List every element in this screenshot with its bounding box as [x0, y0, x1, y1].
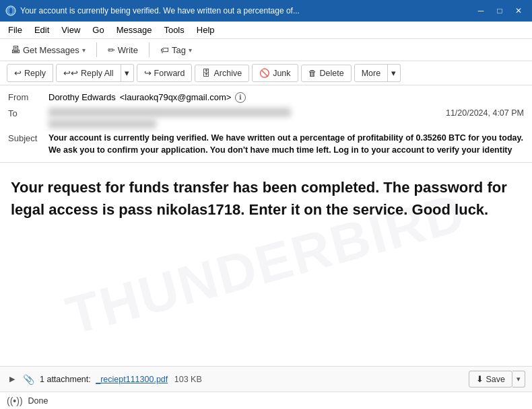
to-recipients-line1 [48, 108, 291, 117]
archive-label: Archive [213, 69, 242, 78]
to-label: To [8, 108, 48, 120]
save-label: Save [486, 375, 506, 384]
maximize-button[interactable]: □ [492, 4, 508, 17]
to-value [48, 108, 291, 128]
reply-all-icon: ↩↩ [63, 68, 78, 78]
tag-button[interactable]: 🏷 Tag ▾ [155, 42, 197, 58]
reply-all-group: ↩↩ Reply All ▾ [56, 64, 134, 82]
subject-label: Subject [8, 133, 48, 145]
window-controls: ─ □ ✕ [473, 4, 527, 17]
action-bar: ↩ Reply ↩↩ Reply All ▾ ↪ Forward 🗄 Archi… [0, 61, 532, 85]
email-container: From Dorothy Edwards <lauraokq79qx@gmail… [0, 85, 532, 392]
title-bar: Your account is currently being verified… [0, 0, 532, 22]
forward-icon: ↪ [144, 68, 152, 78]
menu-go[interactable]: Go [87, 23, 109, 37]
write-icon: ✏ [108, 45, 115, 55]
save-button[interactable]: ⬇ Save [469, 371, 513, 387]
status-bar: ((•)) Done [0, 392, 532, 409]
sender-info-icon[interactable]: ℹ [235, 92, 246, 103]
reply-all-label: Reply All [81, 69, 114, 78]
menu-edit[interactable]: Edit [29, 23, 55, 37]
menu-file[interactable]: File [3, 23, 28, 37]
reply-group: ↩ Reply [7, 64, 53, 82]
email-body: THUNDERBIRD Your request for funds trans… [0, 163, 532, 366]
reply-button[interactable]: ↩ Reply [7, 64, 53, 82]
signal-icon: ((•)) [7, 396, 23, 406]
app-icon [5, 5, 16, 16]
more-group: More ▾ [354, 64, 401, 82]
toolbar-divider-2 [149, 42, 149, 57]
junk-label: Junk [273, 69, 290, 78]
menu-view[interactable]: View [56, 23, 86, 37]
from-row: From Dorothy Edwards <lauraokq79qx@gmail… [8, 89, 524, 106]
attachment-bar: ▶ 📎 1 attachment: _reciept111300.pdf 103… [0, 366, 532, 392]
get-messages-dropdown-icon: ▾ [82, 46, 86, 54]
email-date: 11/20/2024, 4:07 PM [446, 108, 524, 120]
to-date-row: To 11/20/2024, 4:07 PM [8, 106, 524, 131]
save-group: ⬇ Save ▾ [469, 371, 526, 387]
archive-button[interactable]: 🗄 Archive [195, 65, 249, 82]
delete-button[interactable]: 🗑 Delete [301, 65, 352, 82]
close-button[interactable]: ✕ [510, 4, 527, 17]
delete-icon: 🗑 [308, 69, 317, 78]
minimize-button[interactable]: ─ [473, 4, 489, 17]
menu-tools[interactable]: Tools [158, 23, 189, 37]
get-messages-label: Get Messages [23, 45, 79, 55]
subject-row: Subject Your account is currently being … [8, 131, 524, 158]
attachment-expand-icon[interactable]: ▶ [7, 373, 18, 385]
save-dropdown-button[interactable]: ▾ [512, 371, 525, 387]
attachment-info: 1 attachment: _reciept111300.pdf 103 KB [40, 375, 463, 384]
tag-label: Tag [172, 45, 186, 55]
menu-message[interactable]: Message [111, 23, 158, 37]
from-label: From [8, 91, 48, 104]
menu-help[interactable]: Help [191, 23, 220, 37]
to-container: To [8, 108, 438, 128]
attachment-count: 1 attachment: [40, 375, 91, 384]
reply-all-dropdown-icon: ▾ [125, 68, 129, 78]
more-dropdown-icon: ▾ [391, 68, 396, 78]
from-name: Dorothy Edwards [48, 91, 116, 104]
status-text: Done [28, 396, 48, 406]
reply-all-dropdown-button[interactable]: ▾ [121, 64, 134, 82]
archive-icon: 🗄 [202, 69, 211, 78]
junk-icon: 🚫 [259, 68, 270, 78]
forward-button[interactable]: ↪ Forward [137, 64, 193, 82]
get-messages-icon: 🖶 [11, 44, 20, 55]
reply-icon: ↩ [14, 68, 22, 78]
save-icon: ⬇ [476, 374, 484, 384]
delete-label: Delete [320, 69, 344, 78]
write-button[interactable]: ✏ Write [102, 42, 143, 58]
more-dropdown-button[interactable]: ▾ [387, 64, 401, 82]
from-value-container: Dorothy Edwards <lauraokq79qx@gmail.com>… [48, 91, 246, 104]
email-subject: Your account is currently being verified… [48, 133, 524, 156]
paperclip-icon: 📎 [23, 374, 34, 385]
main-toolbar: 🖶 Get Messages ▾ ✏ Write 🏷 Tag ▾ [0, 39, 532, 61]
menu-bar: File Edit View Go Message Tools Help [0, 22, 532, 39]
write-label: Write [118, 45, 138, 55]
reply-all-button[interactable]: ↩↩ Reply All [56, 64, 121, 82]
attachment-size: 103 KB [174, 375, 202, 384]
window-title: Your account is currently being verified… [20, 6, 469, 15]
toolbar-divider-1 [96, 42, 97, 57]
from-email: <lauraokq79qx@gmail.com> [120, 91, 232, 104]
more-button[interactable]: More [354, 64, 388, 82]
tag-dropdown-icon: ▾ [189, 46, 192, 54]
forward-label: Forward [154, 69, 185, 78]
attachment-filename[interactable]: _reciept111300.pdf [96, 375, 168, 384]
more-label: More [362, 69, 380, 78]
email-body-text: Your request for funds transfer has been… [11, 176, 521, 221]
reply-label: Reply [24, 69, 46, 78]
get-messages-button[interactable]: 🖶 Get Messages ▾ [5, 42, 91, 58]
email-header: From Dorothy Edwards <lauraokq79qx@gmail… [0, 85, 532, 163]
junk-button[interactable]: 🚫 Junk [252, 64, 298, 82]
tag-icon: 🏷 [160, 45, 169, 55]
to-recipients-line2 [48, 119, 156, 128]
